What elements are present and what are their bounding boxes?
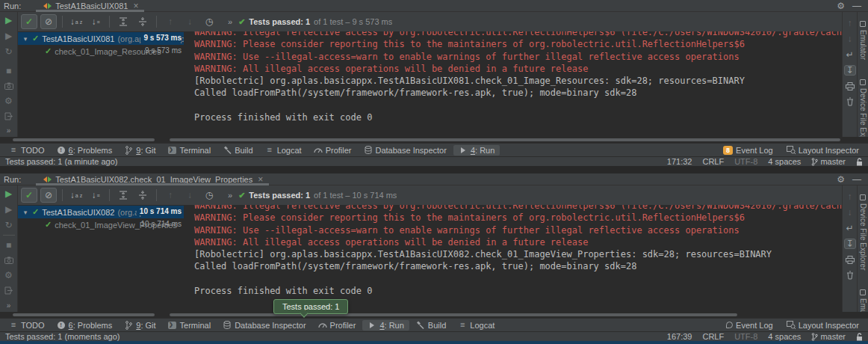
stop-button[interactable]: ■: [4, 241, 14, 250]
test-settings-gear-button[interactable]: ⚙: [4, 271, 14, 280]
next-failed-test-button[interactable]: ↓: [182, 14, 198, 29]
close-icon[interactable]: ×: [258, 175, 263, 184]
event-log-button[interactable]: Event Log: [721, 320, 778, 331]
hide-toolbar-chevrons-icon[interactable]: »: [4, 127, 14, 135]
tool-button-problems[interactable]: !6: Problems: [52, 145, 118, 156]
test-tree-root-row[interactable]: ▾ ✓ TestA1BasicUIX081 (org.aplas.basicap…: [18, 32, 184, 45]
run-tab-testa1basicuix081[interactable]: TestA1BasicUIX081 ×: [36, 0, 144, 12]
up-stack-trace-button[interactable]: ↑: [844, 191, 856, 202]
chevron-down-icon[interactable]: ▾: [22, 35, 29, 43]
caret-position[interactable]: 167:39: [667, 332, 692, 341]
print-button[interactable]: [844, 254, 856, 265]
minimize-icon[interactable]: —: [849, 174, 868, 185]
close-icon[interactable]: ×: [133, 1, 138, 10]
line-ending[interactable]: CRLF: [702, 332, 724, 341]
tool-button-problems[interactable]: !6: Problems: [52, 320, 118, 331]
hide-toolbar-chevrons-icon[interactable]: »: [4, 301, 14, 310]
screenshot-camera-button[interactable]: [4, 82, 14, 90]
collapse-all-button[interactable]: [134, 14, 151, 29]
clear-all-trash-button[interactable]: [844, 270, 856, 280]
previous-failed-test-button[interactable]: ↑: [162, 188, 179, 203]
tool-button-git[interactable]: 9: Git: [119, 145, 161, 156]
git-branch-widget[interactable]: master: [811, 157, 846, 166]
chevron-down-icon[interactable]: ▾: [22, 209, 29, 216]
clear-all-trash-button[interactable]: [844, 96, 856, 107]
rerun-tests-button[interactable]: ▶: [4, 16, 14, 25]
event-log-button[interactable]: 8Event Log: [718, 145, 778, 156]
show-ignored-toggle[interactable]: ⊘: [40, 14, 57, 29]
tool-button-profiler[interactable]: Profiler: [313, 320, 362, 331]
more-actions-chevrons-icon[interactable]: »: [228, 17, 232, 26]
console-output-2[interactable]: WARNING: Illegal reflective access by or…: [184, 205, 842, 312]
gear-icon[interactable]: ⚙: [832, 174, 849, 185]
lock-icon[interactable]: [856, 333, 863, 341]
layout-inspector-button[interactable]: Layout Inspector: [781, 320, 864, 331]
tool-button-database-inspector[interactable]: Database Inspector: [217, 320, 311, 331]
tool-button-logcat[interactable]: ≡Logcat: [260, 145, 307, 156]
lock-icon[interactable]: [856, 158, 863, 166]
scroll-to-end-button[interactable]: ↧: [844, 65, 856, 76]
down-stack-trace-button[interactable]: ↓: [844, 207, 856, 218]
emulator-tool-button[interactable]: Emulator: [859, 21, 867, 60]
tool-button-database-inspector[interactable]: Database Inspector: [359, 145, 452, 156]
tool-button-todo[interactable]: ≡TODO: [4, 145, 50, 156]
console-scrollbar[interactable]: [170, 313, 737, 316]
tool-button-terminal[interactable]: ❯Terminal: [163, 145, 217, 156]
show-ignored-toggle[interactable]: ⊘: [40, 188, 57, 203]
run-tab-testa1basicuix082[interactable]: TestA1BasicUIX082.check_01_ImageView_Pro…: [36, 173, 269, 185]
gear-icon[interactable]: ⚙: [832, 1, 849, 11]
previous-failed-test-button[interactable]: ↑: [162, 14, 179, 29]
tool-button-todo[interactable]: ≡TODO: [4, 320, 50, 331]
up-stack-trace-button[interactable]: ↑: [844, 18, 856, 28]
tool-button-build[interactable]: Build: [217, 145, 258, 156]
console-scrollbar[interactable]: [170, 138, 840, 141]
tool-button-run[interactable]: 4: Run: [362, 320, 409, 331]
tool-button-terminal[interactable]: ❯Terminal: [163, 320, 217, 331]
show-passed-toggle[interactable]: ✓: [21, 188, 37, 203]
tool-button-logcat[interactable]: ≡Logcat: [453, 320, 500, 331]
expand-all-button[interactable]: [115, 188, 131, 203]
tool-button-run[interactable]: 4: Run: [453, 145, 500, 156]
import-test-results-button[interactable]: [4, 112, 14, 120]
sort-alphabetically-button[interactable]: ↓a z: [68, 188, 84, 203]
rerun-failed-tests-button[interactable]: ▶: [4, 205, 14, 214]
file-encoding[interactable]: UTF-8: [734, 157, 757, 166]
print-button[interactable]: [844, 81, 856, 91]
tree-scrollbar[interactable]: [13, 313, 155, 316]
sort-by-duration-button[interactable]: ↓≡: [87, 14, 104, 29]
stop-button[interactable]: ■: [4, 67, 14, 76]
show-passed-toggle[interactable]: ✓: [21, 14, 37, 29]
down-stack-trace-button[interactable]: ↓: [844, 34, 856, 44]
git-branch-widget[interactable]: master: [811, 332, 846, 341]
soft-wrap-button[interactable]: ↵: [844, 49, 856, 60]
test-tree-child-row[interactable]: ✓ check_01_Image_Resources 9 s 573 ms: [18, 45, 184, 58]
line-ending[interactable]: CRLF: [702, 157, 724, 166]
caret-position[interactable]: 171:32: [667, 157, 692, 166]
tool-button-profiler[interactable]: Profiler: [309, 145, 357, 156]
sort-by-duration-button[interactable]: ↓≡: [87, 188, 104, 203]
test-history-clock-button[interactable]: ◷: [201, 188, 217, 203]
minimize-icon[interactable]: —: [849, 1, 868, 11]
device-file-explorer-tool-button[interactable]: Device File Explorer: [859, 194, 867, 270]
test-tree-child-row[interactable]: ✓ check_01_ImageView_Properties 10 s 714…: [18, 218, 184, 231]
screenshot-camera-button[interactable]: [4, 257, 14, 265]
layout-inspector-button[interactable]: Layout Inspector: [781, 145, 864, 156]
toggle-auto-test-button[interactable]: ↻: [4, 221, 14, 230]
tool-button-git[interactable]: 9: Git: [119, 320, 161, 331]
collapse-all-button[interactable]: [134, 188, 151, 203]
indent-setting[interactable]: 4 spaces: [768, 157, 801, 166]
scroll-to-end-button[interactable]: ↧: [844, 239, 856, 249]
tool-button-build[interactable]: Build: [411, 320, 451, 331]
rerun-failed-tests-button[interactable]: ▶: [4, 31, 14, 40]
test-tree-root-row[interactable]: ▾ ✓ TestA1BasicUIX082 (org.aplas.basica …: [18, 206, 184, 218]
tree-scrollbar[interactable]: [13, 138, 155, 141]
sort-alphabetically-button[interactable]: ↓a z: [68, 14, 84, 29]
file-encoding[interactable]: UTF-8: [734, 332, 757, 341]
import-test-results-button[interactable]: [4, 286, 14, 295]
expand-all-button[interactable]: [115, 14, 131, 29]
more-actions-chevrons-icon[interactable]: »: [228, 191, 232, 200]
indent-setting[interactable]: 4 spaces: [768, 332, 801, 341]
next-failed-test-button[interactable]: ↓: [182, 188, 198, 203]
rerun-tests-button[interactable]: ▶: [4, 189, 14, 198]
test-history-clock-button[interactable]: ◷: [201, 14, 217, 29]
